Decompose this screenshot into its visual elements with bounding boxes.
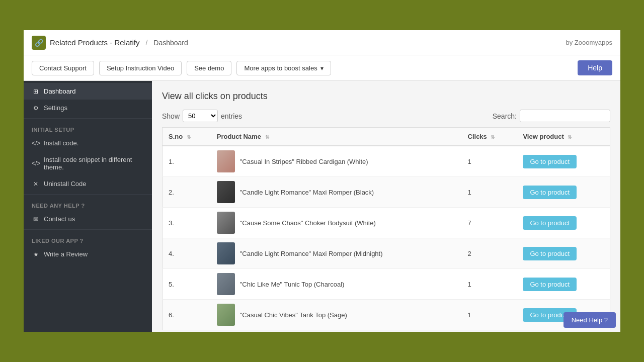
cell-clicks: 7 — [462, 208, 517, 238]
initial-setup-section-label: INITIAL SETUP — [24, 121, 152, 135]
cell-sno: 5. — [163, 269, 211, 300]
product-thumbnail — [217, 273, 235, 295]
sidebar-divider-3 — [24, 229, 152, 230]
sidebar-item-uninstall-code-label: Uninstall Code — [44, 180, 87, 188]
cell-view-product: Go to product — [517, 269, 610, 300]
top-header: 🔗 Related Products - Relatify / Dashboar… — [24, 30, 620, 55]
table-row: 6."Casual Chic Vibes" Tank Top (Sage)1Go… — [163, 300, 610, 330]
go-to-product-button-1[interactable]: Go to product — [523, 155, 577, 168]
top-header-left: 🔗 Related Products - Relatify / Dashboar… — [32, 36, 188, 50]
chevron-down-icon — [320, 64, 324, 72]
app-title: Related Products - Relatify — [50, 38, 139, 47]
data-table: S.no ⇅ Product Name ⇅ Clicks ⇅ View prod… — [162, 127, 610, 330]
cell-clicks: 1 — [462, 269, 517, 300]
star-icon: ★ — [32, 251, 40, 258]
go-to-product-button-4[interactable]: Go to product — [523, 247, 577, 260]
cell-sno: 1. — [163, 146, 211, 177]
table-row: 1."Casual In Stripes" Ribbed Cardigan (W… — [163, 146, 610, 177]
cell-product-name: "Candle Light Romance" Maxi Romper (Midn… — [211, 238, 462, 269]
go-to-product-button-5[interactable]: Go to product — [523, 278, 577, 291]
product-name-text: "Cause Some Chaos" Choker Bodysuit (Whit… — [240, 219, 376, 227]
product-name-text: "Casual In Stripes" Ribbed Cardigan (Whi… — [240, 158, 368, 165]
product-name-text: "Chic Like Me" Tunic Top (Charcoal) — [240, 281, 345, 288]
main-content: View all clicks on products Show 50 10 2… — [152, 81, 620, 332]
app-icon: 🔗 — [32, 36, 46, 50]
search-box: Search: — [493, 110, 610, 122]
search-label: Search: — [493, 112, 517, 120]
cell-sno: 6. — [163, 300, 211, 330]
cell-view-product: Go to product — [517, 208, 610, 238]
sort-icon-product: ⇅ — [265, 134, 269, 140]
code-icon-1: </> — [32, 140, 40, 147]
show-label: Show — [162, 112, 180, 120]
product-name-text: "Candle Light Romance" Maxi Romper (Midn… — [240, 250, 383, 257]
need-help-section-label: NEED ANY HELP ? — [24, 197, 152, 211]
col-view-product: View product ⇅ — [517, 128, 610, 146]
cell-product-name: "Cause Some Chaos" Choker Bodysuit (Whit… — [211, 208, 462, 238]
more-apps-label: More apps to boost sales — [244, 64, 317, 72]
sidebar-item-settings[interactable]: ⚙ Settings — [24, 100, 152, 116]
cell-sno: 3. — [163, 208, 211, 238]
see-demo-button[interactable]: See demo — [187, 61, 231, 75]
table-controls: Show 50 10 25 100 entries Search: — [162, 110, 610, 122]
sidebar-item-dashboard[interactable]: ⊞ Dashboard — [24, 83, 152, 100]
product-name-text: "Candle Light Romance" Maxi Romper (Blac… — [240, 189, 374, 196]
table-body: 1."Casual In Stripes" Ribbed Cardigan (W… — [163, 146, 610, 330]
col-product-name: Product Name ⇅ — [211, 128, 462, 146]
page-title: View all clicks on products — [162, 91, 610, 102]
col-sno: S.no ⇅ — [163, 128, 211, 146]
main-layout: ⊞ Dashboard ⚙ Settings INITIAL SETUP </>… — [24, 81, 620, 332]
product-thumbnail — [217, 304, 235, 326]
product-thumbnail — [217, 212, 235, 234]
x-icon: ✕ — [32, 180, 40, 188]
cell-product-name: "Chic Like Me" Tunic Top (Charcoal) — [211, 269, 462, 300]
more-apps-button[interactable]: More apps to boost sales — [236, 61, 331, 75]
go-to-product-button-2[interactable]: Go to product — [523, 186, 577, 199]
table-header-row: S.no ⇅ Product Name ⇅ Clicks ⇅ View prod… — [163, 128, 610, 146]
col-clicks: Clicks ⇅ — [462, 128, 517, 146]
sidebar-item-uninstall-code[interactable]: ✕ Uninstall Code — [24, 175, 152, 192]
product-thumbnail — [217, 181, 235, 203]
cell-clicks: 1 — [462, 177, 517, 208]
breadcrumb-sep: / — [145, 39, 147, 47]
cell-clicks: 1 — [462, 146, 517, 177]
dashboard-icon: ⊞ — [32, 88, 40, 95]
setup-video-button[interactable]: Setup Instruction Video — [99, 61, 182, 75]
sidebar-item-install-snippet-label: Install code snippet in different theme. — [44, 156, 144, 171]
sidebar-item-install-snippet[interactable]: </> Install code snippet in different th… — [24, 151, 152, 175]
cell-sno: 4. — [163, 238, 211, 269]
toolbar: Contact Support Setup Instruction Video … — [24, 55, 620, 81]
cell-view-product: Go to product — [517, 146, 610, 177]
cell-clicks: 1 — [462, 300, 517, 330]
search-input[interactable] — [520, 110, 610, 122]
sort-icon-sno: ⇅ — [187, 134, 191, 140]
sidebar-item-dashboard-label: Dashboard — [44, 87, 76, 95]
sidebar-item-install-code[interactable]: </> Install code. — [24, 135, 152, 151]
product-thumbnail — [217, 242, 235, 264]
cell-view-product: Go to product — [517, 238, 610, 269]
sidebar-item-write-review-label: Write a Review — [44, 250, 88, 258]
show-entries-control: Show 50 10 25 100 entries — [162, 110, 242, 122]
go-to-product-button-3[interactable]: Go to product — [523, 216, 577, 230]
contact-support-button[interactable]: Contact Support — [32, 61, 94, 75]
entries-label: entries — [221, 112, 242, 120]
code-icon-2: </> — [32, 160, 40, 167]
email-icon: ✉ — [32, 216, 40, 223]
sidebar-divider-1 — [24, 118, 152, 119]
sidebar-item-settings-label: Settings — [44, 104, 67, 112]
cell-product-name: "Candle Light Romance" Maxi Romper (Blac… — [211, 177, 462, 208]
table-row: 2."Candle Light Romance" Maxi Romper (Bl… — [163, 177, 610, 208]
sidebar-item-write-review[interactable]: ★ Write a Review — [24, 246, 152, 262]
help-button[interactable]: Help — [578, 60, 612, 75]
sidebar-item-contact-us[interactable]: ✉ Contact us — [24, 211, 152, 227]
entries-select[interactable]: 50 10 25 100 — [183, 110, 218, 122]
need-help-button[interactable]: Need Help ? — [564, 312, 616, 328]
cell-product-name: "Casual Chic Vibes" Tank Top (Sage) — [211, 300, 462, 330]
app-container: 🔗 Related Products - Relatify / Dashboar… — [24, 30, 620, 332]
cell-product-name: "Casual In Stripes" Ribbed Cardigan (Whi… — [211, 146, 462, 177]
sidebar-item-install-code-label: Install code. — [44, 139, 78, 147]
gear-icon: ⚙ — [32, 105, 40, 112]
table-row: 4."Candle Light Romance" Maxi Romper (Mi… — [163, 238, 610, 269]
cell-sno: 2. — [163, 177, 211, 208]
liked-app-section-label: LIKED OUR APP ? — [24, 232, 152, 246]
